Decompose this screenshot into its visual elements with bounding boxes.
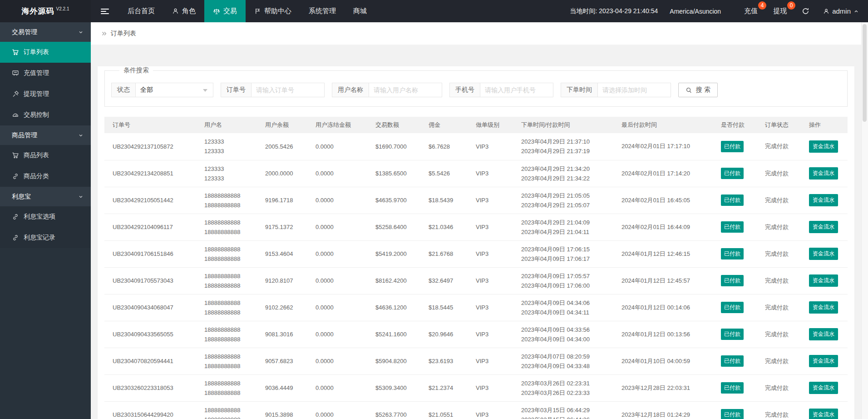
cell-level: VIP3: [468, 133, 513, 160]
sidebar-item-goods-category[interactable]: 商品分类: [0, 166, 91, 187]
gavel-icon: [12, 90, 19, 98]
username-line1: 18888888888: [204, 218, 255, 227]
paid-status-badge: 已付款: [721, 329, 744, 340]
fund-flow-button[interactable]: 资金流水: [809, 382, 838, 394]
cell-frozen: 0.0000: [307, 321, 367, 348]
nav-item-help[interactable]: 帮助中心: [246, 0, 300, 22]
sidebar-group-lixibao[interactable]: 利息宝: [0, 187, 91, 206]
cell-status: 完成付款: [757, 294, 801, 321]
username-line2: 123333: [204, 146, 255, 156]
fund-flow-button[interactable]: 资金流水: [809, 194, 838, 206]
status-select[interactable]: 全部: [136, 83, 213, 97]
fund-flow-button[interactable]: 资金流水: [809, 328, 838, 340]
username-filter-group: 用户名称: [332, 83, 442, 97]
cell-last-pay-time: 2024年01月12日 12:46:15: [613, 240, 713, 267]
recharge-button[interactable]: 充值 4: [736, 0, 765, 22]
order-time-line: 2023年04月09日 17:05:57: [521, 271, 612, 281]
cell-username: 18888888888 18888888888: [196, 374, 257, 401]
cell-commission: $5.5426: [420, 160, 468, 187]
cell-level: VIP3: [468, 240, 513, 267]
cell-actions: 资金流水: [801, 133, 848, 160]
table-body: UB2304292137105872 123333 123333 2005.54…: [104, 133, 848, 419]
cell-level: VIP3: [468, 160, 513, 187]
cell-commission: $21.0346: [420, 214, 468, 240]
admin-menu[interactable]: admin: [817, 0, 868, 22]
nav-item-trade[interactable]: 交易: [204, 0, 246, 22]
paid-status-badge: 已付款: [721, 248, 744, 259]
sidebar-item-withdraw-mgmt[interactable]: 提现管理: [0, 84, 91, 105]
cell-actions: 资金流水: [801, 240, 848, 267]
withdraw-label: 提现: [773, 7, 787, 15]
paid-status-badge: 已付款: [721, 195, 744, 206]
order-time-input[interactable]: [598, 83, 671, 97]
cell-frozen: 0.0000: [307, 240, 367, 267]
cell-actions: 资金流水: [801, 321, 848, 348]
cell-balance: 9081.3016: [257, 321, 307, 348]
sidebar-item-recharge-mgmt[interactable]: 充值管理: [0, 63, 91, 84]
fund-flow-button[interactable]: 资金流水: [809, 274, 838, 287]
table-row: UB2304292134208851 123333 123333 2000.00…: [104, 160, 848, 187]
paid-status-badge: 已付款: [721, 275, 744, 286]
fund-flow-button[interactable]: 资金流水: [809, 140, 838, 153]
nav-item-roles[interactable]: 角色: [163, 0, 204, 22]
sidebar-toggle-button[interactable]: [91, 0, 119, 22]
sidebar-item-goods-list[interactable]: 商品列表: [0, 145, 91, 166]
cell-order-no: UB2304292137105872: [104, 133, 196, 160]
sidebar-item-lixibao-options[interactable]: 利息宝选项: [0, 206, 91, 227]
sidebar-item-trade-control[interactable]: 交易控制: [0, 105, 91, 125]
cell-balance: 9057.6823: [257, 348, 307, 374]
status-filter-group: 状态 全部: [111, 83, 213, 97]
sidebar-item-lixibao-records[interactable]: 利息宝记录: [0, 227, 91, 248]
cell-paid: 已付款: [713, 187, 757, 214]
username-line1: 18888888888: [204, 298, 255, 308]
fund-flow-button[interactable]: 资金流水: [809, 221, 838, 233]
username-input[interactable]: [369, 83, 442, 97]
sidebar: 交易管理 订单列表 充值管理 提现管理 交易控制 商品管理: [0, 22, 91, 419]
cell-username: 123333 123333: [196, 133, 257, 160]
username-line1: 18888888888: [204, 271, 255, 281]
sidebar-item-label: 交易控制: [24, 111, 49, 119]
nav-item-mall[interactable]: 商城: [345, 0, 375, 22]
nav-item-label: 角色: [182, 7, 196, 15]
phone-filter-group: 手机号: [449, 83, 553, 97]
cell-status: 完成付款: [757, 401, 801, 419]
order-time-line: 2023年04月29日 21:34:20: [521, 164, 612, 174]
phone-input[interactable]: [480, 83, 553, 97]
cell-status: 完成付款: [757, 348, 801, 374]
cell-paid: 已付款: [713, 133, 757, 160]
refresh-button[interactable]: [794, 0, 817, 22]
nav-item-system[interactable]: 系统管理: [300, 0, 345, 22]
col-balance: 用户余额: [257, 117, 307, 133]
search-button[interactable]: 搜 索: [678, 83, 718, 97]
cell-amount: $1690.7000: [367, 133, 420, 160]
cell-paid: 已付款: [713, 294, 757, 321]
cart-icon: [12, 49, 19, 56]
cell-actions: 资金流水: [801, 160, 848, 187]
username-line2: 18888888888: [204, 200, 255, 210]
cell-balance: 9015.3898: [257, 401, 307, 419]
fund-flow-button[interactable]: 资金流水: [809, 355, 838, 367]
local-time-value: 当地时间: 2023-04-29 21:40:54: [570, 7, 658, 15]
scrollbar-thumb[interactable]: [863, 24, 867, 122]
fund-flow-button[interactable]: 资金流水: [809, 167, 838, 180]
cell-order-time: 2023年04月29日 21:05:05 2023年04月29日 21:05:0…: [513, 187, 613, 214]
fund-flow-button[interactable]: 资金流水: [809, 409, 838, 419]
search-icon: [686, 87, 692, 94]
order-no-input[interactable]: [252, 83, 324, 97]
fund-flow-button[interactable]: 资金流水: [809, 248, 838, 260]
cell-level: VIP3: [468, 214, 513, 240]
double-chevron-icon: [101, 30, 107, 37]
cell-order-time: 2023年04月07日 08:20:59 2023年04月09日 04:33:4…: [513, 348, 613, 374]
sidebar-group-goods[interactable]: 商品管理: [0, 125, 91, 145]
username-line2: 18888888888: [204, 334, 255, 344]
vertical-scrollbar[interactable]: [861, 22, 868, 419]
nav-item-dashboard[interactable]: 后台首页: [119, 0, 163, 22]
sidebar-item-order-list[interactable]: 订单列表: [0, 42, 91, 63]
withdraw-button[interactable]: 提现 0: [765, 0, 794, 22]
cell-commission: $18.5445: [420, 294, 468, 321]
fund-flow-button[interactable]: 资金流水: [809, 301, 838, 314]
order-time-filter-group: 下单时间: [561, 83, 671, 97]
sidebar-group-trade[interactable]: 交易管理: [0, 22, 91, 42]
cell-paid: 已付款: [713, 267, 757, 294]
main-area: 订单列表 条件搜索 状态 全部 订单号: [91, 22, 861, 419]
